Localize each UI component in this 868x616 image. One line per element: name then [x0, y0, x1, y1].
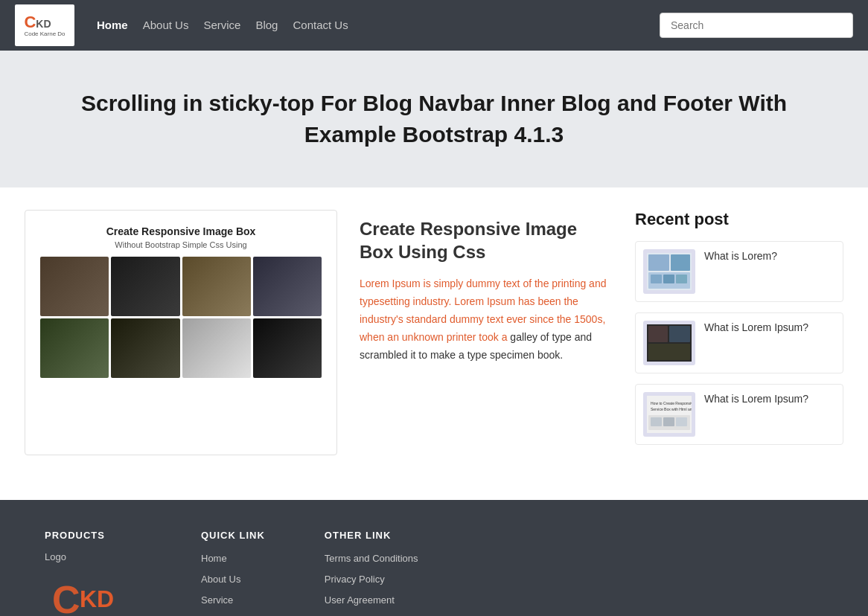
- recent-thumb-1-svg: [647, 253, 692, 290]
- hero-section: Scrolling in sticky-top For Blog Navbar …: [0, 51, 868, 187]
- nav-item-contact[interactable]: Contact Us: [293, 19, 348, 32]
- svg-rect-4: [651, 275, 662, 283]
- footer-products: PRODUCTS Logo C KD Code Karne Do: [45, 530, 141, 616]
- recent-item-1[interactable]: What is Lorem?: [635, 241, 843, 302]
- svg-rect-8: [648, 326, 668, 342]
- image-cell-1: [40, 257, 109, 316]
- nav-link-blog[interactable]: Blog: [255, 19, 278, 31]
- recent-thumb-2-svg: [647, 324, 692, 362]
- logo-text: CKD: [24, 14, 65, 31]
- hero-title: Scrolling in sticky-top For Blog Navbar …: [62, 88, 806, 150]
- footer-link-terms-anchor[interactable]: Terms and Conditions: [325, 553, 418, 564]
- article-title: Create Responsive Image Box Using Css: [360, 217, 613, 263]
- footer-logo-graphic: C KD Code Karne Do: [45, 570, 141, 616]
- footer-logo: C KD Code Karne Do: [45, 570, 141, 616]
- nav-item-service[interactable]: Service: [203, 19, 240, 32]
- recent-thumb-1: [643, 249, 695, 294]
- footer-quick-link-heading: QUICK LINK: [201, 530, 265, 541]
- svg-rect-1: [648, 254, 669, 271]
- footer-products-heading: PRODUCTS: [45, 530, 141, 541]
- svg-text:Service Box with Html and Css: Service Box with Html and Css: [651, 407, 692, 411]
- svg-text:C: C: [52, 578, 80, 616]
- nav-item-about[interactable]: About Us: [143, 19, 189, 32]
- navbar: CKD Code Karne Do Home About Us Service …: [0, 0, 868, 51]
- footer-link-privacy-anchor[interactable]: Privacy Policy: [325, 574, 385, 585]
- image-grid: [40, 257, 322, 378]
- footer-quick-link: QUICK LINK Home About Us Service Blog Co…: [201, 530, 265, 616]
- sidebar-heading: Recent post: [635, 210, 843, 229]
- article-card-inner: Create Responsive Image Box Without Boot…: [40, 225, 322, 378]
- logo[interactable]: CKD Code Karne Do: [15, 4, 74, 46]
- recent-item-3-text: What is Lorem Ipsum?: [704, 392, 808, 407]
- nav-link-about[interactable]: About Us: [143, 19, 189, 31]
- main-content: Create Responsive Image Box Without Boot…: [10, 187, 858, 478]
- recent-item-1-text: What is Lorem?: [704, 249, 777, 264]
- svg-rect-9: [669, 326, 690, 342]
- recent-item-2-text: What is Lorem Ipsum?: [704, 321, 808, 336]
- footer-link-service[interactable]: Service: [201, 593, 265, 606]
- footer-link-home[interactable]: Home: [201, 551, 265, 565]
- recent-thumb-3-svg: How to Create Responsive Service Box wit…: [647, 396, 692, 433]
- article-body: Lorem Ipsum is simply dummy text of the …: [360, 275, 613, 364]
- footer-link-home-anchor[interactable]: Home: [201, 553, 227, 564]
- svg-rect-15: [651, 417, 662, 426]
- svg-rect-16: [663, 417, 674, 426]
- svg-rect-2: [671, 254, 690, 271]
- nav-item-home[interactable]: Home: [97, 19, 128, 32]
- recent-thumb-3: How to Create Responsive Service Box wit…: [643, 392, 695, 437]
- image-cell-4: [253, 257, 322, 316]
- footer-link-agreement-anchor[interactable]: User Agreement: [325, 594, 395, 606]
- nav-item-blog[interactable]: Blog: [255, 19, 278, 32]
- footer-link-about[interactable]: About Us: [201, 572, 265, 585]
- article-card: Create Responsive Image Box Without Boot…: [25, 210, 337, 455]
- nav-link-contact[interactable]: Contact Us: [293, 19, 348, 31]
- footer-link-agreement[interactable]: User Agreement: [325, 593, 418, 606]
- image-cell-5: [40, 318, 109, 378]
- search-input[interactable]: [660, 13, 853, 38]
- article-card-title: Create Responsive Image Box: [40, 225, 322, 237]
- svg-rect-17: [676, 417, 687, 426]
- image-cell-3: [182, 257, 251, 316]
- recent-item-2[interactable]: What is Lorem Ipsum?: [635, 312, 843, 373]
- image-cell-2: [111, 257, 179, 316]
- svg-rect-5: [663, 275, 674, 283]
- svg-rect-6: [676, 275, 687, 283]
- image-cell-7: [182, 318, 251, 378]
- recent-thumb-2: [643, 321, 695, 365]
- nav-links: Home About Us Service Blog Contact Us: [97, 19, 348, 32]
- recent-item-3[interactable]: How to Create Responsive Service Box wit…: [635, 384, 843, 445]
- logo-sub: Code Karne Do: [24, 31, 65, 37]
- footer-link-privacy[interactable]: Privacy Policy: [325, 572, 418, 585]
- image-cell-8: [253, 318, 322, 378]
- article-card-subtitle: Without Bootstrap Simple Css Using: [40, 240, 322, 249]
- footer-logo-svg: C KD Code Karne Do: [48, 570, 138, 616]
- footer-quick-link-list: Home About Us Service Blog Contact Us: [201, 551, 265, 616]
- footer-link-about-anchor[interactable]: About Us: [201, 574, 240, 585]
- footer-logo-label: Logo: [45, 551, 141, 562]
- svg-rect-10: [648, 344, 690, 360]
- svg-text:KD: KD: [80, 585, 114, 612]
- footer-link-service-anchor[interactable]: Service: [201, 594, 233, 606]
- navbar-left: CKD Code Karne Do Home About Us Service …: [15, 4, 348, 46]
- article-text: Create Responsive Image Box Using Css Lo…: [360, 210, 613, 455]
- footer-other-link-list: Terms and Conditions Privacy Policy User…: [325, 551, 418, 606]
- nav-link-home[interactable]: Home: [97, 19, 128, 31]
- sidebar: Recent post What is Lorem?: [635, 210, 843, 455]
- footer-logo-inner: C KD Code Karne Do: [48, 570, 138, 616]
- image-cell-6: [111, 318, 179, 378]
- footer: PRODUCTS Logo C KD Code Karne Do QUICK L…: [0, 500, 868, 616]
- footer-other-link: OTHER LINK Terms and Conditions Privacy …: [325, 530, 418, 616]
- nav-link-service[interactable]: Service: [203, 19, 240, 31]
- footer-other-link-heading: OTHER LINK: [325, 530, 418, 541]
- svg-text:How to Create Responsive: How to Create Responsive: [651, 401, 692, 405]
- footer-link-terms[interactable]: Terms and Conditions: [325, 551, 418, 565]
